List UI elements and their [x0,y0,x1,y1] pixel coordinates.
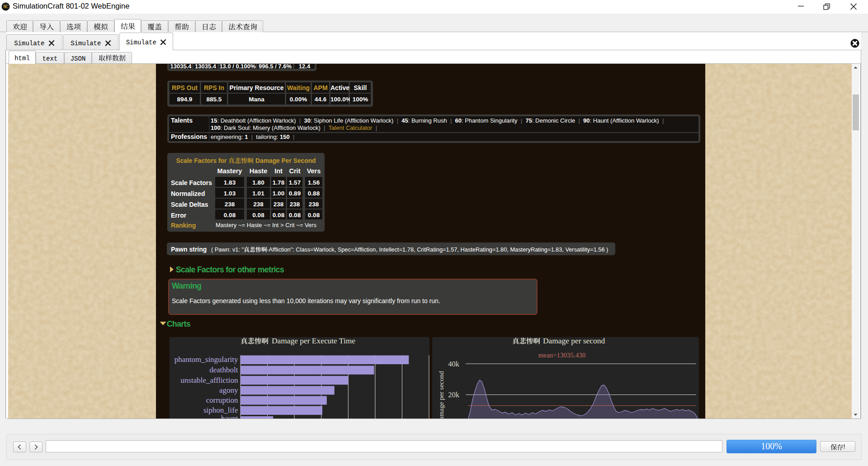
svg-text:corruption: corruption [206,396,238,404]
svg-text:Damage per second: Damage per second [543,337,605,345]
svg-text:SC: SC [3,4,9,9]
svg-text:deathbolt: deathbolt [209,366,238,374]
svg-text:siphon_life: siphon_life [203,406,238,414]
svg-text:Damage per Execute Time: Damage per Execute Time [272,337,355,345]
svg-text:40k: 40k [448,360,460,368]
svg-text:phantom_singularity: phantom_singularity [174,355,238,364]
svg-text:20k: 20k [448,390,460,399]
svg-text:damage per second: damage per second [438,371,445,418]
svg-text:haunt: haunt [221,414,238,419]
svg-text:agony: agony [219,386,238,395]
svg-text:mean=13035.430: mean=13035.430 [538,352,586,359]
svg-text:unstable_affliction: unstable_affliction [180,376,238,385]
